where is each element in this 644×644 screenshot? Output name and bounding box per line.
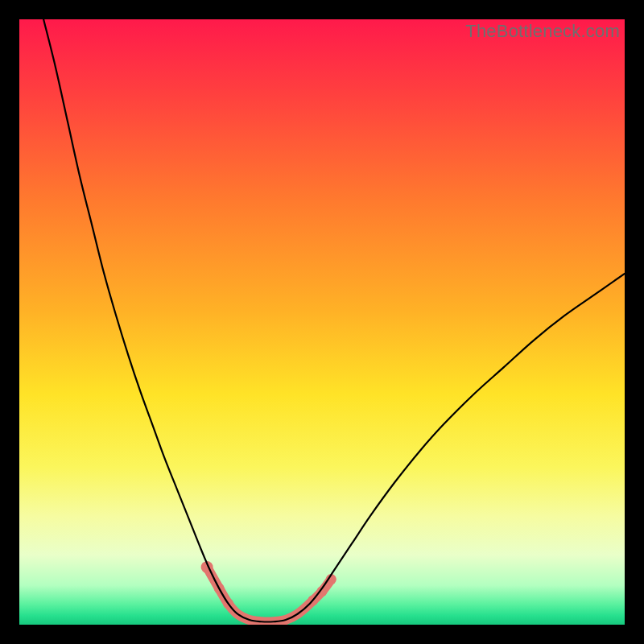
- chart-svg: [19, 19, 625, 625]
- watermark-text: TheBottleneck.com: [465, 21, 620, 42]
- chart-background: [19, 19, 625, 625]
- chart-frame: TheBottleneck.com: [19, 19, 625, 625]
